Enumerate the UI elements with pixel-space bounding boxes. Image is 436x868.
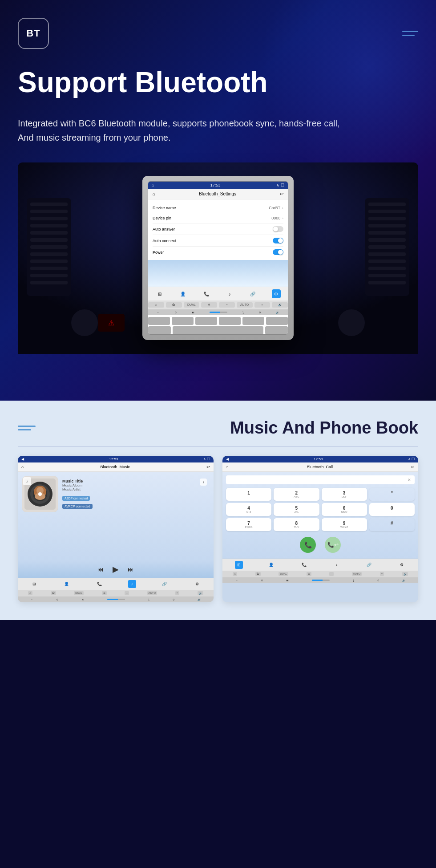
nav-person-icon[interactable]: 👤 <box>178 289 187 298</box>
mnav-grid[interactable]: ⊞ <box>30 580 38 588</box>
pnav-settings[interactable]: ⚙ <box>398 561 406 569</box>
pctrl-snow[interactable]: ❄ <box>307 572 311 576</box>
phone-back-icon[interactable]: ↩ <box>411 465 415 469</box>
transport-back[interactable]: ← <box>157 311 160 314</box>
mnav-music[interactable]: ♪ <box>128 580 136 588</box>
btn-6[interactable] <box>266 317 288 325</box>
btn-5[interactable] <box>242 317 264 325</box>
dial-9[interactable]: 9WXYZ <box>322 518 367 531</box>
hamburger-menu-icon[interactable] <box>402 31 418 36</box>
nav-settings-icon[interactable]: ⚙ <box>272 289 281 298</box>
nav-phone-icon[interactable]: 📞 <box>202 289 211 298</box>
btn-8[interactable] <box>173 326 263 334</box>
pnav-grid[interactable]: ⊞ <box>235 561 243 569</box>
mctrl-auto[interactable]: AUTO <box>147 591 157 595</box>
ctrl-auto[interactable]: AUTO <box>237 302 253 308</box>
mtrans-icon[interactable]: ⤵ <box>148 598 149 601</box>
btn-1[interactable] <box>148 317 170 325</box>
ctrl-ac[interactable]: ~ <box>219 302 235 308</box>
mctrl-snow[interactable]: ❄ <box>102 591 107 595</box>
ctrl-vol[interactable]: 🔊 <box>272 302 288 308</box>
phone-home-icon[interactable]: ⌂ <box>226 465 228 469</box>
mtrans-back[interactable]: ← <box>31 598 33 601</box>
btn-9[interactable] <box>265 326 288 334</box>
ctrl-dual[interactable]: DUAL <box>184 302 200 308</box>
device-name-value[interactable]: CarBT › <box>269 206 283 210</box>
btn-7[interactable] <box>148 326 171 334</box>
transport-play[interactable]: ⏯ <box>192 311 194 314</box>
pctrl-fan[interactable]: ≈ <box>380 572 384 576</box>
mnav-settings[interactable]: ⚙ <box>193 580 201 588</box>
ptrans-play[interactable]: ⏯ <box>286 579 289 582</box>
mctrl-home[interactable]: ⌂ <box>28 591 32 595</box>
pctrl-ac[interactable]: ~ <box>329 572 334 576</box>
music-back-icon[interactable]: ↩ <box>206 465 210 469</box>
svg-rect-9 <box>30 252 68 256</box>
nav-grid-icon[interactable]: ⊞ <box>155 289 164 298</box>
nav-music-icon[interactable]: ♪ <box>225 289 234 298</box>
pctrl-auto[interactable]: AUTO <box>352 572 362 576</box>
redial-btn[interactable]: 📞↩ <box>325 537 341 553</box>
pctrl-vol[interactable]: 🔊 <box>402 572 408 576</box>
ctrl-snowflake[interactable]: ❄ <box>201 302 217 308</box>
dial-1[interactable]: 1— <box>226 488 271 501</box>
svg-rect-7 <box>30 238 68 242</box>
pnav-phone[interactable]: 📞 <box>300 561 308 569</box>
auto-answer-toggle[interactable] <box>273 226 283 232</box>
mnav-link[interactable]: 🔗 <box>161 580 169 588</box>
dial-4[interactable]: 4GHI <box>226 503 271 516</box>
ptrans-vol[interactable]: 🔊 <box>402 579 405 582</box>
dial-2[interactable]: 2ABC <box>274 488 319 501</box>
dial-7[interactable]: 7PQRS <box>226 518 271 531</box>
next-btn[interactable]: ⏭ <box>128 566 134 573</box>
btn-2[interactable] <box>172 317 194 325</box>
call-btn[interactable]: 📞 <box>300 537 316 553</box>
dial-3[interactable]: 3DEF <box>322 488 367 501</box>
status-home-icon: ⌂ <box>152 183 154 187</box>
phone-screen-title: Bluetooth_Call <box>307 465 333 469</box>
pctrl-dual[interactable]: DUAL <box>279 572 288 576</box>
mnav-person[interactable]: 👤 <box>63 580 71 588</box>
ctrl-fan[interactable]: ≈ <box>254 302 270 308</box>
subtitle-line2: And music streaming from your phone. <box>18 133 171 142</box>
mctrl-vol[interactable]: 🔊 <box>198 591 203 595</box>
pnav-person[interactable]: 👤 <box>267 561 275 569</box>
power-toggle[interactable] <box>273 249 283 255</box>
nav-link-icon[interactable]: 🔗 <box>248 289 257 298</box>
ptrans-back[interactable]: ← <box>235 579 238 582</box>
dial-0[interactable]: 0· <box>369 503 415 516</box>
pctrl-power[interactable]: ⏻ <box>255 572 261 576</box>
home-icon[interactable]: ⌂ <box>153 191 155 196</box>
device-pin-value[interactable]: 0000 › <box>271 216 283 220</box>
music-note-btn[interactable]: ♪ <box>200 479 207 486</box>
ctrl-home[interactable]: ⌂ <box>148 302 164 308</box>
mctrl-dual[interactable]: DUAL <box>74 591 84 595</box>
dial-star[interactable]: * <box>369 488 415 501</box>
clear-icon[interactable]: ✕ <box>408 478 411 482</box>
mctrl-fan[interactable]: ≈ <box>175 591 179 595</box>
dial-5[interactable]: 5JKL <box>274 503 319 516</box>
pnav-music[interactable]: ♪ <box>333 561 341 569</box>
auto-connect-toggle[interactable] <box>273 238 283 243</box>
dial-8[interactable]: 8TUV <box>274 518 319 531</box>
dial-hash[interactable]: # <box>369 518 415 531</box>
prev-btn[interactable]: ⏮ <box>97 566 104 573</box>
section-menu-icon[interactable] <box>18 426 36 430</box>
pnav-link[interactable]: 🔗 <box>365 561 373 569</box>
mctrl-ac[interactable]: ~ <box>125 591 129 595</box>
ptrans-icon[interactable]: ⤵ <box>353 579 354 582</box>
mnav-phone[interactable]: 📞 <box>95 580 103 588</box>
mctrl-power[interactable]: ⏻ <box>51 591 56 595</box>
btn-4[interactable] <box>219 317 241 325</box>
transport-icon[interactable]: ⤵ <box>242 311 244 314</box>
transport-vol[interactable]: 🔊 <box>276 311 279 314</box>
pctrl-home[interactable]: ⌂ <box>233 572 237 576</box>
play-btn[interactable]: ▶ <box>113 564 119 574</box>
music-home-icon[interactable]: ⌂ <box>21 465 24 469</box>
mtrans-vol[interactable]: 🔊 <box>198 598 201 601</box>
mtrans-play[interactable]: ⏯ <box>81 598 84 601</box>
dial-6[interactable]: 6MNO <box>322 503 367 516</box>
back-icon[interactable]: ↩ <box>280 191 283 196</box>
ctrl-power[interactable]: ⏻ <box>166 302 182 308</box>
btn-3[interactable] <box>195 317 217 325</box>
